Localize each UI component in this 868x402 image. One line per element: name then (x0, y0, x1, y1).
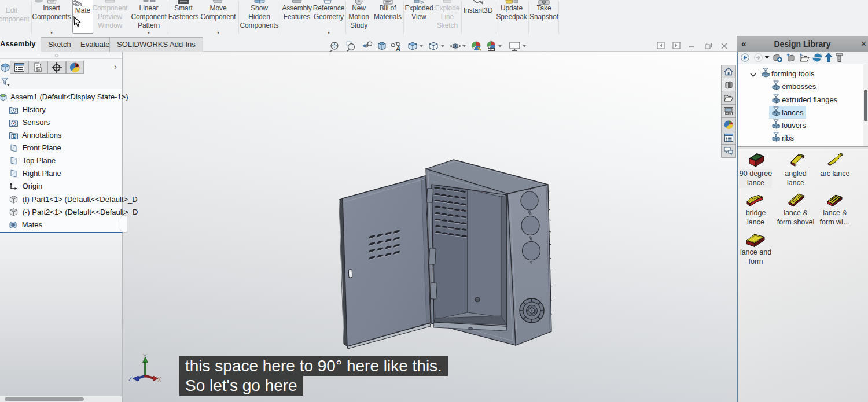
svg-text:A: A (395, 45, 400, 52)
svg-text:A: A (13, 135, 16, 139)
svg-text:X: X (157, 377, 161, 383)
svg-text:Z: Z (128, 376, 132, 382)
